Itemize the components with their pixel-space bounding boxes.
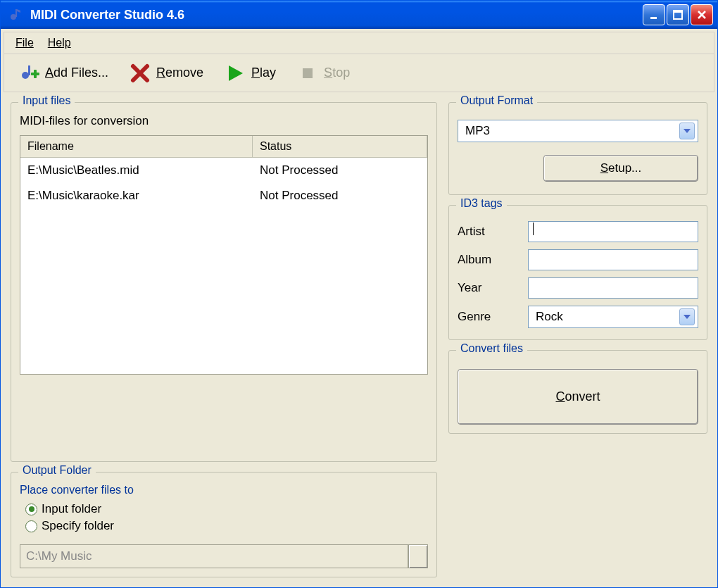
output-format-group: Output Format MP3 Setup...: [448, 102, 707, 195]
svg-rect-8: [34, 70, 37, 78]
browse-button[interactable]: [408, 544, 428, 568]
maximize-button[interactable]: [667, 4, 689, 25]
output-format-title: Output Format: [456, 94, 537, 107]
add-files-icon: [18, 63, 39, 84]
radio-icon: [25, 503, 37, 515]
setup-button[interactable]: Setup...: [543, 155, 698, 182]
svg-rect-4: [674, 11, 682, 13]
titlebar: MIDI Converter Studio 4.6: [1, 1, 717, 29]
col-status[interactable]: Status: [253, 136, 427, 157]
svg-rect-9: [303, 68, 313, 78]
window-title: MIDI Converter Studio 4.6: [27, 8, 643, 23]
radio-specify-folder[interactable]: Specify folder: [20, 518, 428, 534]
output-folder-subtitle: Place converter files to: [20, 484, 428, 496]
menu-help[interactable]: Help: [41, 34, 78, 52]
svg-point-5: [22, 72, 29, 79]
play-icon: [225, 63, 246, 84]
col-filename[interactable]: Filename: [20, 136, 253, 157]
output-path-input: C:\My Music: [20, 544, 408, 568]
toolbar: Add Files... Remove Play Stop: [4, 54, 714, 92]
convert-files-title: Convert files: [456, 342, 527, 355]
add-files-button[interactable]: Add Files...: [10, 58, 117, 88]
file-list[interactable]: Filename Status E:\Music\Beatles.mid Not…: [20, 135, 428, 375]
format-value: MP3: [465, 124, 490, 138]
cell-status: Not Processed: [253, 187, 427, 204]
stop-button: Stop: [289, 58, 358, 88]
svg-rect-6: [28, 65, 30, 75]
chevron-down-icon: [679, 308, 695, 325]
genre-value: Rock: [536, 310, 563, 324]
cell-filename: E:\Music\karaoke.kar: [20, 187, 253, 204]
remove-button[interactable]: Remove: [121, 58, 212, 88]
radio-icon: [25, 520, 37, 532]
file-list-header: Filename Status: [20, 136, 427, 158]
input-files-group: Input files MIDI-files for conversion Fi…: [11, 102, 437, 462]
close-button[interactable]: [691, 4, 713, 25]
genre-select[interactable]: Rock: [528, 306, 698, 328]
genre-label: Genre: [458, 310, 528, 324]
table-row[interactable]: E:\Music\karaoke.kar Not Processed: [20, 183, 427, 208]
cell-filename: E:\Music\Beatles.mid: [20, 162, 253, 179]
input-files-subtitle: MIDI-files for conversion: [20, 114, 428, 128]
remove-icon: [130, 63, 151, 84]
year-input[interactable]: [528, 277, 698, 299]
play-button[interactable]: Play: [216, 58, 284, 88]
radio-input-folder[interactable]: Input folder: [20, 501, 428, 518]
output-folder-title: Output Folder: [18, 464, 96, 477]
svg-rect-2: [650, 17, 657, 19]
menubar: File Help: [4, 32, 714, 54]
output-folder-group: Output Folder Place converter files to I…: [11, 472, 437, 577]
input-files-title: Input files: [18, 94, 75, 107]
menu-file[interactable]: File: [8, 34, 41, 52]
svg-rect-1: [15, 9, 17, 17]
convert-files-group: Convert files Convert: [448, 350, 707, 434]
album-input[interactable]: [528, 249, 698, 270]
album-label: Album: [458, 253, 528, 267]
chevron-down-icon: [679, 123, 695, 139]
stop-icon: [297, 63, 318, 84]
artist-label: Artist: [458, 225, 528, 239]
cell-status: Not Processed: [253, 162, 427, 179]
svg-point-0: [11, 14, 16, 20]
artist-input[interactable]: [528, 221, 698, 242]
id3-tags-group: ID3 tags Artist Album Year Genre: [448, 205, 707, 340]
app-window: MIDI Converter Studio 4.6 File Help Add …: [0, 0, 718, 588]
table-row[interactable]: E:\Music\Beatles.mid Not Processed: [20, 158, 427, 183]
format-select[interactable]: MP3: [458, 120, 698, 142]
minimize-button[interactable]: [643, 4, 665, 25]
id3-tags-title: ID3 tags: [456, 197, 507, 210]
year-label: Year: [458, 281, 528, 295]
convert-button[interactable]: Convert: [458, 369, 698, 425]
app-icon: [8, 7, 23, 23]
